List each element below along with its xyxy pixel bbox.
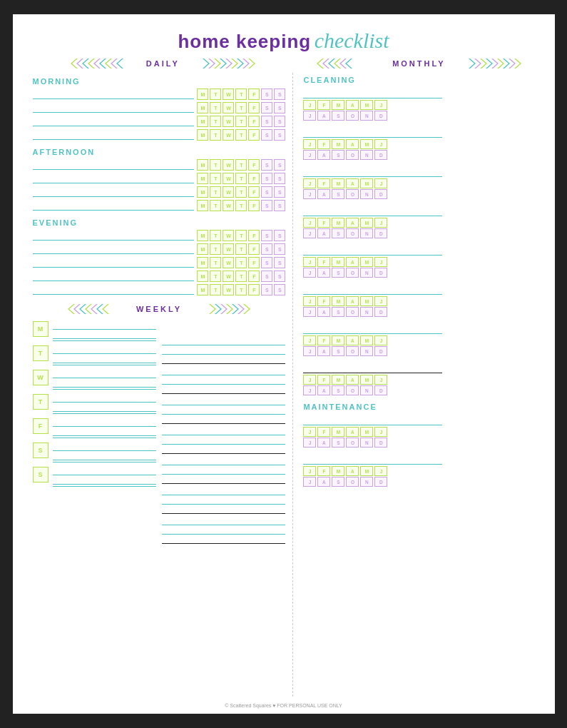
maintenance-header: MAINTENANCE bbox=[303, 403, 534, 411]
svg-marker-46 bbox=[209, 304, 216, 314]
month-j2: J bbox=[374, 257, 387, 267]
month-s: S bbox=[332, 150, 344, 160]
monthly-item-3: J F M A M J J A S O N D bbox=[303, 167, 534, 199]
day-f: F bbox=[248, 159, 260, 171]
month-d: D bbox=[374, 228, 387, 238]
day-boxes: M T W T F S S bbox=[197, 159, 285, 171]
monthly-item-2: J F M A M J J A S O N D bbox=[303, 128, 534, 160]
weekly-line bbox=[162, 527, 285, 535]
day-w: W bbox=[223, 116, 234, 127]
month-j3: J bbox=[303, 189, 316, 199]
day-t2: T bbox=[235, 200, 247, 211]
afternoon-header: AFTERNOON bbox=[33, 148, 286, 156]
day-w: W bbox=[223, 89, 234, 100]
day-m: M bbox=[197, 271, 208, 282]
weekly-line bbox=[53, 429, 156, 436]
svg-marker-8 bbox=[116, 59, 123, 69]
weekly-line bbox=[53, 420, 156, 427]
month-s: S bbox=[332, 477, 344, 487]
weekly-line bbox=[162, 438, 285, 445]
monthly-line bbox=[303, 285, 442, 295]
month-o: O bbox=[346, 307, 359, 317]
day-t: T bbox=[210, 89, 221, 100]
month-f: F bbox=[317, 375, 330, 385]
month-m2: M bbox=[360, 218, 373, 228]
day-m: M bbox=[197, 89, 208, 100]
month-a2: A bbox=[317, 150, 330, 160]
month-row-1: J F M A M J bbox=[303, 218, 534, 228]
month-o: O bbox=[346, 346, 359, 356]
day-m: M bbox=[197, 284, 208, 295]
monthly-line bbox=[303, 128, 442, 138]
weekly-line bbox=[162, 518, 285, 525]
month-a2: A bbox=[317, 438, 330, 448]
maintenance-item-1: J F M A M J J A S O N D bbox=[303, 415, 534, 448]
day-t2: T bbox=[235, 243, 247, 255]
weekly-line bbox=[162, 497, 285, 505]
month-a: A bbox=[346, 218, 359, 228]
day-boxes: M T W T F S S bbox=[197, 243, 285, 255]
day-s: S bbox=[261, 129, 272, 141]
month-n: N bbox=[360, 307, 373, 317]
day-boxes: M T W T F S S bbox=[197, 173, 285, 184]
month-n: N bbox=[360, 150, 373, 160]
day-w: W bbox=[223, 271, 234, 282]
month-f: F bbox=[317, 218, 330, 228]
task-line bbox=[33, 89, 195, 99]
monthly-line bbox=[303, 246, 442, 256]
left-column: MORNING M T W T F S S M T W bbox=[33, 73, 294, 697]
day-m: M bbox=[197, 102, 208, 113]
weekly-dark-line bbox=[162, 417, 285, 424]
month-j3: J bbox=[303, 111, 316, 121]
weekly-col-1: M T bbox=[33, 320, 156, 548]
day-s2: S bbox=[274, 186, 285, 198]
month-f: F bbox=[317, 100, 330, 110]
month-m: M bbox=[332, 466, 344, 476]
month-j3: J bbox=[303, 268, 316, 278]
month-d: D bbox=[374, 111, 387, 121]
svg-marker-23 bbox=[345, 59, 352, 69]
daily-label: DAILY bbox=[138, 59, 188, 68]
month-m: M bbox=[332, 100, 344, 110]
day-s2: S bbox=[274, 129, 285, 141]
day-t2: T bbox=[235, 257, 247, 268]
day-f: F bbox=[248, 271, 260, 282]
weekly-dark-line bbox=[162, 387, 285, 394]
day-t2: T bbox=[235, 271, 247, 282]
day-t2: T bbox=[235, 173, 247, 184]
day-f: F bbox=[248, 230, 260, 241]
month-j2: J bbox=[374, 218, 387, 228]
weekly-line bbox=[53, 468, 156, 475]
month-j: J bbox=[303, 139, 316, 149]
month-a: A bbox=[346, 178, 359, 188]
month-f: F bbox=[317, 178, 330, 188]
right-chevrons-daily bbox=[191, 59, 255, 69]
month-a2: A bbox=[317, 346, 330, 356]
day-t: T bbox=[210, 271, 221, 282]
month-m: M bbox=[332, 375, 344, 385]
month-j2: J bbox=[374, 466, 387, 476]
month-row-2: J A S O N D bbox=[303, 228, 534, 238]
weekly-line bbox=[162, 378, 285, 385]
month-f: F bbox=[317, 139, 330, 149]
day-w: W bbox=[223, 200, 234, 211]
day-m: M bbox=[197, 159, 208, 171]
weekly-line bbox=[53, 444, 156, 451]
evening-header: EVENING bbox=[33, 218, 286, 227]
month-f: F bbox=[317, 296, 330, 306]
weekly-day-t: T bbox=[33, 344, 156, 365]
afternoon-row-3: M T W T F S S bbox=[33, 186, 286, 198]
weekly-day-f: F bbox=[33, 417, 156, 438]
weekly-line bbox=[53, 332, 156, 339]
month-row-2: J A S O N D bbox=[303, 438, 534, 448]
day-w: W bbox=[223, 173, 234, 184]
footer: © Scattered Squares ♥ FOR PERSONAL USE O… bbox=[13, 703, 555, 708]
weekly-day-s: S bbox=[33, 441, 156, 462]
day-f: F bbox=[248, 284, 260, 295]
month-j2: J bbox=[374, 100, 387, 110]
day-s: S bbox=[261, 230, 272, 241]
day-s: S bbox=[261, 243, 272, 255]
weekly-dark-line bbox=[162, 537, 285, 544]
month-j3: J bbox=[303, 228, 316, 238]
day-f: F bbox=[248, 186, 260, 198]
